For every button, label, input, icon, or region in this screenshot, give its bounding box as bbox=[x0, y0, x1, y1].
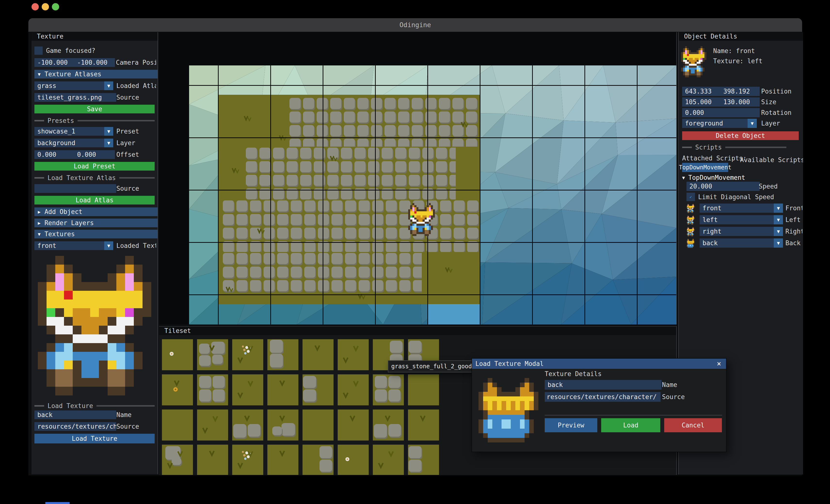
tileset-tile-plain[interactable] bbox=[408, 374, 439, 405]
size-x-input[interactable]: 105.000 bbox=[682, 97, 722, 107]
speed-input[interactable]: 20.000 bbox=[687, 182, 760, 191]
preset-combo-arrow-icon[interactable]: ▼ bbox=[104, 127, 113, 136]
tileset-tile-sprout2[interactable] bbox=[197, 409, 228, 440]
texture-panel-title[interactable]: Texture bbox=[32, 32, 158, 41]
zoom-traffic-light-icon[interactable] bbox=[52, 3, 59, 10]
loaded-texture-combo[interactable]: front bbox=[34, 241, 107, 250]
add-object-header[interactable]: ▶ Add Object bbox=[34, 207, 158, 216]
texture-slot-combo[interactable]: back bbox=[700, 238, 777, 248]
tileset-tile-flower_orange[interactable] bbox=[162, 374, 193, 405]
tileset-tile-flower_cluster[interactable] bbox=[232, 339, 263, 370]
tileset-tile-stones_corner_br[interactable] bbox=[267, 409, 298, 440]
atlas-source-input[interactable]: tileset_grass.png bbox=[34, 93, 116, 102]
position-y-input[interactable]: 398.192 bbox=[721, 87, 760, 96]
limit-diagonal-speed-checkbox[interactable]: ✓ bbox=[687, 193, 695, 201]
tileset-tile-stones_bottom[interactable] bbox=[232, 409, 263, 440]
modal-name-input[interactable]: back bbox=[545, 380, 662, 390]
cancel-button[interactable]: Cancel bbox=[664, 418, 722, 432]
tileset-tile-stones_corner_tl[interactable] bbox=[162, 445, 193, 475]
tileset-tile-sprout[interactable] bbox=[408, 409, 439, 440]
rotation-input[interactable]: 0.000 bbox=[682, 108, 760, 117]
tileset-tile-sprout2[interactable] bbox=[232, 374, 263, 405]
textures-header[interactable]: ▼ Textures bbox=[34, 230, 158, 238]
load-button[interactable]: Load bbox=[601, 418, 660, 432]
object-layer-combo-arrow-icon[interactable]: ▼ bbox=[747, 119, 757, 128]
tileset-tile-daisy[interactable] bbox=[338, 445, 369, 475]
camera-y-input[interactable]: -100.000 bbox=[74, 58, 115, 67]
tileset-tile-plain[interactable] bbox=[302, 409, 333, 440]
tileset-tile-sprout2[interactable] bbox=[373, 445, 404, 475]
window-title: Odingine bbox=[28, 18, 802, 32]
tileset-tile-stones_left[interactable] bbox=[408, 445, 439, 475]
tileset-tile-stones_left[interactable] bbox=[302, 374, 333, 405]
object-layer-combo[interactable]: foreground bbox=[682, 119, 751, 128]
loaded-atlas-combo[interactable]: grass bbox=[34, 81, 107, 90]
tileset-tile-daisy[interactable] bbox=[162, 339, 193, 370]
collapse-arrow-icon: ▶ bbox=[38, 220, 40, 226]
texture-slot-combo[interactable]: front bbox=[700, 204, 777, 213]
position-x-input[interactable]: 643.333 bbox=[682, 87, 722, 96]
tileset-tile-plain[interactable] bbox=[162, 409, 193, 440]
lt-name-input[interactable]: back bbox=[34, 410, 116, 419]
tileset-tile-stones_4[interactable] bbox=[373, 374, 404, 405]
delete-object-button[interactable]: Delete Object bbox=[682, 131, 799, 140]
tileset-tile-stones_bottom[interactable] bbox=[373, 409, 404, 440]
lt-source-input[interactable]: resources/textures/chara bbox=[34, 422, 116, 431]
speed-label: Speed bbox=[759, 182, 800, 191]
texture-slot-combo-arrow-icon[interactable]: ▼ bbox=[774, 204, 783, 213]
loaded-atlas-combo-arrow-icon[interactable]: ▼ bbox=[104, 81, 113, 90]
texture-slot-combo-arrow-icon[interactable]: ▼ bbox=[774, 215, 783, 224]
tileset-tile-stones_2v[interactable] bbox=[267, 339, 298, 370]
load-atlas-button[interactable]: Load Atlas bbox=[34, 196, 155, 204]
scripts-separator: Scripts bbox=[682, 144, 786, 151]
object-details-title[interactable]: Object Details bbox=[679, 32, 803, 41]
preset-combo[interactable]: showcase_1 bbox=[34, 127, 107, 136]
tileset-tile-stones_4[interactable] bbox=[197, 374, 228, 405]
game-focused-checkbox[interactable] bbox=[34, 46, 43, 55]
available-scripts-label: Available Scripts: bbox=[740, 156, 803, 164]
close-traffic-light-icon[interactable] bbox=[32, 3, 39, 10]
player-object-sprite[interactable] bbox=[408, 203, 435, 236]
tileset-tile-sprout[interactable] bbox=[302, 339, 333, 370]
load-texture-button[interactable]: Load Texture bbox=[34, 434, 155, 443]
size-y-input[interactable]: 130.000 bbox=[721, 97, 760, 107]
offset-y-input[interactable]: 0.000 bbox=[74, 150, 115, 159]
attached-script-chip[interactable]: TopDownMovement bbox=[682, 163, 728, 172]
loaded-texture-combo-arrow-icon[interactable]: ▼ bbox=[104, 241, 113, 250]
camera-x-input[interactable]: -100.000 bbox=[34, 58, 75, 67]
texture-slot-combo[interactable]: right bbox=[700, 227, 777, 236]
offset-x-input[interactable]: 0.000 bbox=[34, 150, 75, 159]
tileset-tile-sprout2[interactable] bbox=[338, 374, 369, 405]
preview-button[interactable]: Preview bbox=[545, 418, 597, 432]
tileset-tile-sprout[interactable] bbox=[338, 409, 369, 440]
game-world[interactable] bbox=[189, 65, 676, 325]
texture-slot-combo-arrow-icon[interactable]: ▼ bbox=[774, 227, 783, 236]
tileset-tile-stones_irregular[interactable] bbox=[197, 339, 228, 370]
tileset-tile-sprout2[interactable] bbox=[338, 339, 369, 370]
tileset-tile-stones_right[interactable] bbox=[302, 445, 333, 475]
lta-source-input[interactable] bbox=[34, 184, 116, 193]
game-viewport[interactable] bbox=[159, 32, 677, 325]
tileset-tile-flower_cluster[interactable] bbox=[232, 445, 263, 475]
modal-source-input[interactable]: resources/textures/character/ bbox=[545, 392, 661, 402]
texture-atlases-header[interactable]: ▼ Texture Atlases bbox=[34, 70, 158, 78]
load-preset-button[interactable]: Load Preset bbox=[34, 162, 155, 171]
tileset-tile-sprout[interactable] bbox=[267, 445, 298, 475]
modal-titlebar[interactable]: Load Texture Modal bbox=[472, 359, 726, 369]
preset-layer-combo[interactable]: background bbox=[34, 139, 107, 147]
tileset-tile-sprout[interactable] bbox=[267, 374, 298, 405]
preset-layer-label: Layer bbox=[116, 139, 156, 147]
modal-close-icon[interactable]: × bbox=[714, 359, 724, 369]
tile-tooltip: grass_stone_full_2_good bbox=[388, 360, 475, 372]
load-texture-separator: Load Texture bbox=[34, 402, 155, 409]
texture-slot-combo-arrow-icon[interactable]: ▼ bbox=[774, 238, 783, 248]
minimize-traffic-light-icon[interactable] bbox=[42, 3, 49, 10]
load-texture-modal: Load Texture Modal × Texture Details bac… bbox=[472, 358, 727, 452]
object-texture-line: Texture: left bbox=[713, 58, 800, 65]
script-tree-node[interactable]: ▼ TopDownMovement bbox=[682, 174, 779, 181]
tileset-tile-sprout[interactable] bbox=[197, 445, 228, 475]
texture-slot-combo[interactable]: left bbox=[700, 215, 777, 224]
save-button[interactable]: Save bbox=[34, 105, 155, 113]
preset-layer-combo-arrow-icon[interactable]: ▼ bbox=[104, 139, 113, 147]
render-layers-header[interactable]: ▶ Render Layers bbox=[34, 219, 158, 227]
